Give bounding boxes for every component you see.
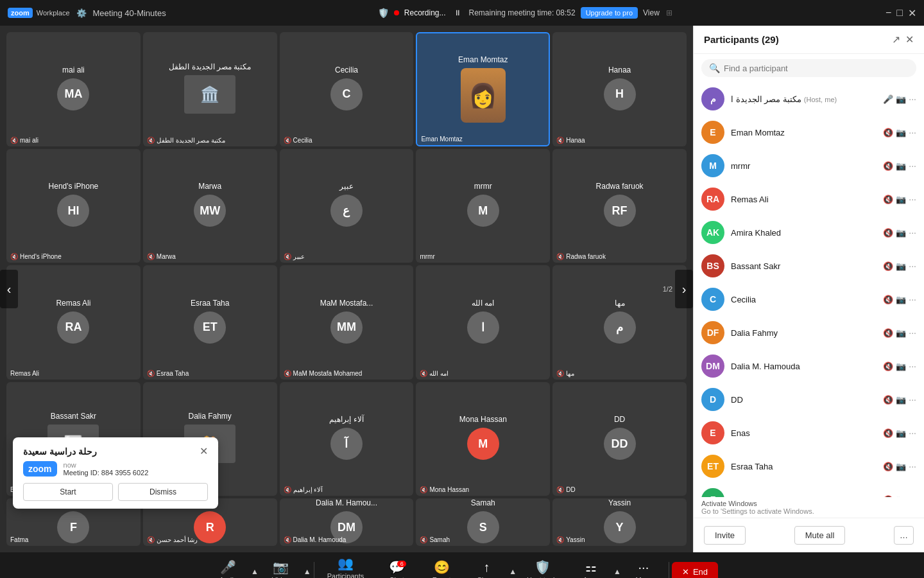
close-button[interactable]: ✕ [908,7,916,19]
mic-icon: 🎤 [883,94,893,104]
participant-item[interactable]: Mmrmr🔇📷··· [694,149,924,182]
minimize-button[interactable]: − [886,7,891,19]
video-cell[interactable]: Eman Momtaz👩Eman Momtaz [416,32,550,146]
video-cell[interactable]: امه اللها🔇امه الله [416,265,550,380]
video-cell[interactable]: عبيرع🔇عبير [280,149,414,263]
video-cell[interactable]: Esraa TahaET🔇Esraa Taha [143,265,277,380]
cell-participant-name: Radwa faruok [596,182,644,191]
notification-start-button[interactable]: Start [23,483,113,501]
participant-item[interactable]: EEnas🔇📷··· [694,416,924,450]
more-button[interactable]: ··· More [621,560,666,579]
cam-icon: 📷 [896,428,906,438]
share-button[interactable]: ↑ Share [464,560,509,579]
participant-item[interactable]: BSBassant Sakr🔇📷··· [694,249,924,283]
video-cell[interactable]: مكتبة مصر الجديدة الطفل🏛️🔇مكتبة مصر الجد… [143,32,277,146]
mute-all-button[interactable]: Mute all [794,526,846,545]
participant-more-button[interactable]: ··· [909,194,916,204]
workplace-label: Workplace [37,9,70,17]
video-cell[interactable]: DDDD🔇DD [552,382,687,496]
view-button[interactable]: View [643,8,660,17]
video-cell[interactable]: Hend's iPhoneHI🔇Hend's iPhone [6,149,141,263]
audio-button[interactable]: 🎤 Audio [206,559,251,578]
participant-more-button[interactable]: ··· [909,161,916,171]
notification-header: رحلة دراسية سعيدة ✕ [23,445,208,457]
participant-more-button[interactable]: ··· [909,495,916,497]
zoom-logo: zoom Workplace [8,8,70,18]
chat-button[interactable]: 6 💬 Chat [374,559,419,578]
cell-participant-name: MaM Mostafa... [320,299,373,308]
toolbar-divider-2 [669,562,669,578]
react-button[interactable]: 😊 React [419,559,464,578]
end-button[interactable]: ✕ End [672,562,718,579]
nav-arrow-right[interactable]: › [675,270,693,308]
participant-more-button[interactable]: ··· [909,294,916,304]
participant-controls: 🔇📷··· [883,394,916,405]
participant-controls: 🔇📷··· [883,261,916,271]
cell-participant-name: مها [615,299,625,308]
notification-close-button[interactable]: ✕ [200,445,208,457]
participant-name: Eman Momtaz [731,128,877,137]
participant-more-button[interactable]: ··· [909,361,916,371]
cam-icon: 📷 [896,161,906,171]
name-overlay: Eman Momtaz [421,136,462,143]
video-cell[interactable]: Radwa faruokRF🔇Radwa faruok [552,149,687,263]
video-cell[interactable]: HanaaH🔇Hanaa [552,32,687,146]
name-overlay: 🔇MaM Mostafa Mohamed [284,370,363,377]
video-cell[interactable]: Dalia M. Hamou...DM🔇Dalia M. Hamouda [280,498,414,546]
participant-controls: 🔇📷··· [883,461,916,471]
participant-more-button[interactable]: ··· [909,328,916,338]
meeting-name: Meeting 40-Minutes [93,8,166,18]
cell-participant-name: mrmr [474,182,492,191]
grid-icon[interactable]: ⊞ [666,8,672,17]
host-tools-button[interactable]: 🛡️ Host tools [517,559,569,578]
cell-participant-name: mai ali [62,66,85,74]
participant-item[interactable]: DMDalia M. Hamouda🔇📷··· [694,349,924,383]
participant-controls: 🔇📷··· [883,194,916,204]
video-cell[interactable]: YassinY🔇Yassin [552,498,687,546]
more-options-button[interactable]: … [894,526,914,545]
video-cell[interactable]: mai aliMA🔇mai ali [6,32,141,146]
video-cell[interactable]: SamahS🔇Samah [416,498,550,546]
participant-more-button[interactable]: ··· [909,94,916,104]
participant-item[interactable]: ممكتبة مصر الجديدة ا(Host, me)🎤📷··· [694,82,924,116]
video-cell[interactable]: آلاء إبراهيمآ🔇آلاء إبراهيم [280,382,414,496]
participant-item[interactable]: ETEsraa Taha🔇📷··· [694,450,924,483]
upgrade-button[interactable]: Upgrade to pro [581,7,638,19]
video-cell[interactable]: Remas AliRARemas Ali [6,265,141,380]
maximize-button[interactable]: □ [896,7,903,19]
panel-popout-button[interactable]: ↗ [892,33,900,46]
participant-item[interactable]: AKAmira Khaled🔇📷··· [694,216,924,249]
participant-more-button[interactable]: ··· [909,227,916,238]
cell-participant-name: امه الله [472,299,494,308]
panel-close-button[interactable]: ✕ [905,33,914,46]
participant-item[interactable]: EEman Momtaz🔇📷··· [694,116,924,149]
participant-more-button[interactable]: ··· [909,428,916,438]
participant-item[interactable]: RARemas Ali🔇📷··· [694,182,924,216]
participant-more-button[interactable]: ··· [909,461,916,471]
video-cell[interactable]: MaM Mostafa...MM🔇MaM Mostafa Mohamed [280,265,414,380]
video-cell[interactable]: CeciliaC🔇Cecilia [280,32,414,146]
video-cell[interactable]: Mona HassanM🔇Mona Hassan [416,382,550,496]
video-button[interactable]: 📷 Video [259,559,304,578]
participant-more-button[interactable]: ··· [909,127,916,137]
apps-button[interactable]: ⚏ Apps [569,559,613,578]
participant-item[interactable]: DDD🔇📷··· [694,383,924,416]
notification-zoom-icon: zoom [23,461,57,477]
video-cell[interactable]: مهام🔇مها [552,265,687,380]
search-input[interactable] [724,64,909,73]
host-tools-icon: 🛡️ [535,559,551,575]
participant-more-button[interactable]: ··· [909,261,916,271]
end-label: End [693,567,708,577]
search-icon: 🔍 [709,63,720,73]
participant-item[interactable]: CCecilia🔇📷··· [694,283,924,316]
notification-dismiss-button[interactable]: Dismiss [118,483,208,501]
participant-item[interactable]: FFatma🔇📷··· [694,483,924,497]
participants-button[interactable]: 👥 Participants29 [317,556,374,578]
nav-arrow-left[interactable]: ‹ [0,270,18,308]
participant-item[interactable]: DFDalia Fahmy🔇📷··· [694,316,924,349]
video-cell[interactable]: MarwaMW🔇Marwa [143,149,277,263]
participant-more-button[interactable]: ··· [909,394,916,405]
cell-participant-name: Bassant Sakr [51,412,96,421]
invite-button[interactable]: Invite [704,526,746,545]
video-cell[interactable]: mrmrMmrmr [416,149,550,263]
